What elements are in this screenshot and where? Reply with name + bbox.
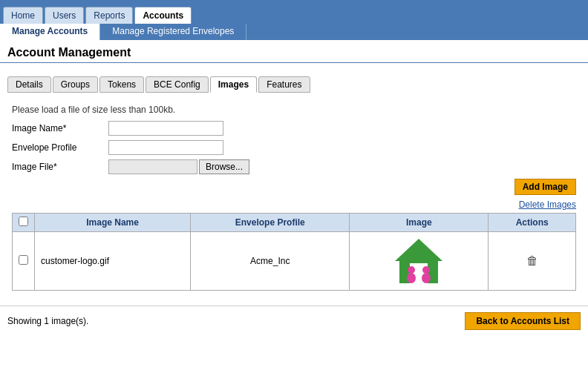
envelope-profile-row: Envelope Profile bbox=[12, 140, 576, 155]
image-file-row: Image File* Browse... bbox=[12, 159, 576, 174]
col-header-image-name: Image Name bbox=[35, 214, 191, 232]
svg-point-6 bbox=[422, 273, 431, 283]
tab-reports[interactable]: Reports bbox=[85, 7, 133, 24]
image-file-label: Image File* bbox=[12, 162, 108, 172]
image-preview bbox=[356, 235, 482, 287]
row-image-name: customer-logo.gif bbox=[35, 232, 191, 291]
content-area: Please load a file of size less than 100… bbox=[0, 100, 588, 298]
svg-point-4 bbox=[407, 273, 416, 283]
delete-link-row: Delete Images bbox=[12, 199, 576, 210]
svg-point-3 bbox=[408, 266, 415, 274]
svg-point-5 bbox=[422, 266, 430, 274]
add-image-btn-row: Add Image bbox=[12, 179, 576, 195]
tab-accounts[interactable]: Accounts bbox=[134, 7, 192, 24]
col-header-actions: Actions bbox=[489, 214, 576, 232]
row-actions: 🗑 bbox=[489, 232, 576, 291]
nav-manage-registered-envelopes[interactable]: Manage Registered Envelopes bbox=[100, 24, 246, 40]
svg-marker-0 bbox=[395, 239, 442, 261]
delete-row-icon[interactable]: 🗑 bbox=[526, 254, 538, 267]
page-title: Account Management bbox=[7, 46, 581, 59]
table-header-row: Image Name Envelope Profile Image Action… bbox=[13, 214, 576, 232]
sub-tab-images[interactable]: Images bbox=[210, 76, 257, 93]
col-header-image: Image bbox=[350, 214, 489, 232]
sub-tab-tokens[interactable]: Tokens bbox=[99, 76, 144, 93]
envelope-profile-label: Envelope Profile bbox=[12, 142, 108, 153]
nav-manage-accounts[interactable]: Manage Accounts bbox=[0, 24, 100, 40]
sub-tab-groups[interactable]: Groups bbox=[53, 76, 98, 93]
col-header-checkbox bbox=[13, 214, 35, 232]
top-nav: Home Users Reports Accounts bbox=[0, 0, 588, 24]
image-name-label: Image Name* bbox=[12, 123, 108, 133]
second-nav: Manage Accounts Manage Registered Envelo… bbox=[0, 24, 588, 40]
images-table: Image Name Envelope Profile Image Action… bbox=[12, 213, 576, 291]
add-image-button[interactable]: Add Image bbox=[514, 179, 576, 195]
row-image bbox=[350, 232, 489, 291]
sub-tab-bce-config[interactable]: BCE Config bbox=[146, 76, 209, 93]
page-title-area: Account Management bbox=[0, 40, 588, 63]
table-row: customer-logo.gif Acme_Inc bbox=[13, 232, 576, 291]
delete-images-link[interactable]: Delete Images bbox=[519, 199, 576, 210]
back-to-accounts-button[interactable]: Back to Accounts List bbox=[465, 312, 581, 330]
browse-button[interactable]: Browse... bbox=[199, 159, 249, 174]
tab-home[interactable]: Home bbox=[3, 7, 43, 24]
col-header-envelope-profile: Envelope Profile bbox=[191, 214, 350, 232]
envelope-profile-input[interactable] bbox=[108, 140, 223, 155]
tab-users[interactable]: Users bbox=[45, 7, 84, 24]
row-checkbox-cell bbox=[13, 232, 35, 291]
bottom-bar: Showing 1 image(s). Back to Accounts Lis… bbox=[0, 306, 588, 336]
sub-tab-details[interactable]: Details bbox=[7, 76, 51, 93]
sub-tabs: Details Groups Tokens BCE Config Images … bbox=[0, 70, 588, 93]
showing-text: Showing 1 image(s). bbox=[7, 316, 88, 326]
image-name-input[interactable] bbox=[108, 121, 223, 136]
file-input-box bbox=[108, 159, 197, 174]
image-name-row: Image Name* bbox=[12, 121, 576, 136]
row-envelope-profile: Acme_Inc bbox=[191, 232, 350, 291]
select-all-checkbox[interactable] bbox=[19, 217, 28, 226]
file-note: Please load a file of size less than 100… bbox=[12, 105, 576, 115]
sub-tab-features[interactable]: Features bbox=[258, 76, 310, 93]
row-checkbox[interactable] bbox=[19, 255, 28, 265]
